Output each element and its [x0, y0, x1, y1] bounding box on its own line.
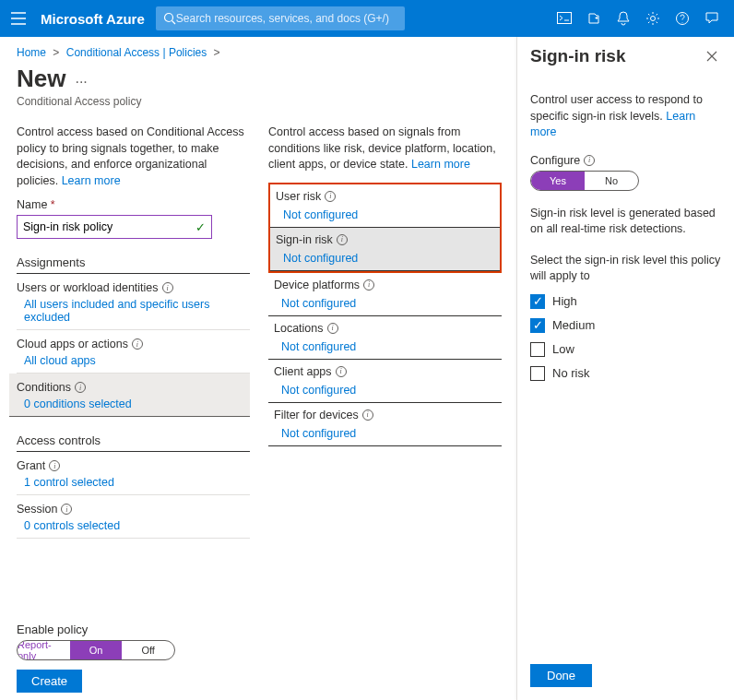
panel-desc1: Sign-in risk level is generated based on…	[530, 206, 721, 238]
apps-item[interactable]: Cloud apps or actionsi All cloud apps	[17, 330, 250, 374]
checkbox-medium[interactable]: ✓ Medium	[530, 318, 721, 333]
intro-left: Control access based on Conditional Acce…	[17, 125, 250, 189]
panel-title: Sign-in risk	[530, 46, 625, 66]
valid-check-icon: ✓	[195, 220, 206, 234]
info-icon[interactable]: i	[325, 191, 336, 202]
col-conditions: Control access based on signals from con…	[268, 125, 502, 539]
toggle-report-only[interactable]: Report-only	[18, 641, 70, 659]
info-icon[interactable]: i	[132, 338, 143, 350]
users-item[interactable]: Users or workload identitiesi All users …	[17, 274, 250, 330]
breadcrumb-ca[interactable]: Conditional Access | Policies	[66, 46, 207, 59]
close-icon[interactable]	[703, 47, 721, 65]
search-icon	[163, 12, 176, 25]
done-button[interactable]: Done	[530, 664, 592, 687]
checkbox-low[interactable]: Low	[530, 342, 721, 357]
client-apps-item[interactable]: Client appsi Not configured	[268, 360, 502, 403]
name-field[interactable]	[23, 220, 195, 233]
svg-rect-2	[558, 13, 572, 24]
col-assignments: Control access based on Conditional Acce…	[17, 125, 250, 539]
user-risk-item[interactable]: User riski Not configured	[270, 184, 500, 228]
checkbox-icon: ✓	[530, 294, 545, 309]
feedback-icon[interactable]	[697, 0, 727, 37]
notifications-icon[interactable]	[609, 0, 638, 37]
checkbox-icon: ✓	[530, 318, 545, 333]
brand-label: Microsoft Azure	[41, 11, 145, 27]
svg-point-3	[651, 17, 656, 21]
breadcrumb-home[interactable]: Home	[17, 46, 46, 59]
toggle-yes[interactable]: Yes	[531, 172, 585, 190]
panel-intro: Control user access to respond to specif…	[530, 92, 721, 141]
toggle-no[interactable]: No	[585, 172, 638, 190]
info-icon[interactable]: i	[49, 460, 60, 471]
toggle-on[interactable]: On	[70, 641, 123, 659]
main-content: Home > Conditional Access | Policies > N…	[0, 37, 516, 700]
conditions-item[interactable]: Conditionsi 0 conditions selected	[9, 374, 250, 417]
info-icon[interactable]: i	[337, 234, 348, 245]
checkbox-icon	[530, 342, 545, 357]
breadcrumb: Home > Conditional Access | Policies >	[17, 46, 502, 59]
assignments-heading: Assignments	[17, 255, 250, 274]
bottom-bar: Enable policy Report-only On Off Create	[17, 623, 229, 693]
more-actions-icon[interactable]: ···	[75, 74, 87, 90]
name-label: Name	[17, 198, 47, 211]
highlight-box: User riski Not configured Sign-in riski …	[268, 183, 502, 273]
toggle-off[interactable]: Off	[122, 641, 174, 659]
configure-label: Configure	[530, 154, 580, 167]
checkbox-high[interactable]: ✓ High	[530, 294, 721, 309]
learn-more-link[interactable]: Learn more	[411, 158, 470, 171]
cloud-shell-icon[interactable]	[550, 0, 579, 37]
info-icon[interactable]: i	[162, 282, 173, 293]
info-icon[interactable]: i	[584, 155, 595, 166]
hamburger-icon[interactable]	[7, 7, 30, 30]
name-input[interactable]: ✓	[17, 215, 212, 239]
session-item[interactable]: Sessioni 0 controls selected	[17, 495, 250, 539]
page-title: New	[17, 65, 65, 93]
device-platforms-item[interactable]: Device platformsi Not configured	[268, 273, 502, 316]
info-icon[interactable]: i	[327, 323, 338, 334]
panel-desc2: Select the sign-in risk level this polic…	[530, 253, 721, 285]
enable-policy-label: Enable policy	[17, 623, 229, 636]
checkbox-icon	[530, 366, 545, 381]
info-icon[interactable]: i	[336, 366, 347, 377]
page-subtitle: Conditional Access policy	[17, 95, 502, 108]
directories-icon[interactable]	[579, 0, 609, 37]
filter-devices-item[interactable]: Filter for devicesi Not configured	[268, 403, 502, 446]
search-box[interactable]	[156, 6, 405, 30]
svg-point-0	[164, 14, 172, 22]
configure-toggle[interactable]: Yes No	[530, 171, 639, 191]
grant-item[interactable]: Granti 1 control selected	[17, 452, 250, 495]
access-heading: Access controls	[17, 433, 250, 452]
signin-risk-item[interactable]: Sign-in riski Not configured	[270, 228, 500, 271]
svg-line-1	[172, 21, 175, 25]
enable-policy-toggle[interactable]: Report-only On Off	[17, 640, 175, 660]
settings-icon[interactable]	[638, 0, 668, 37]
learn-more-link[interactable]: Learn more	[62, 174, 121, 187]
info-icon[interactable]: i	[363, 279, 374, 291]
help-icon[interactable]	[668, 0, 697, 37]
info-icon[interactable]: i	[362, 409, 373, 421]
search-input[interactable]	[176, 12, 397, 25]
info-icon[interactable]: i	[61, 504, 72, 515]
top-bar: Microsoft Azure	[0, 0, 734, 37]
locations-item[interactable]: Locationsi Not configured	[268, 316, 502, 360]
signin-risk-panel: Sign-in risk Control user access to resp…	[516, 37, 734, 700]
create-button[interactable]: Create	[17, 670, 82, 693]
intro-right: Control access based on signals from con…	[268, 125, 502, 173]
checkbox-norisk[interactable]: No risk	[530, 366, 721, 381]
info-icon[interactable]: i	[75, 382, 86, 393]
